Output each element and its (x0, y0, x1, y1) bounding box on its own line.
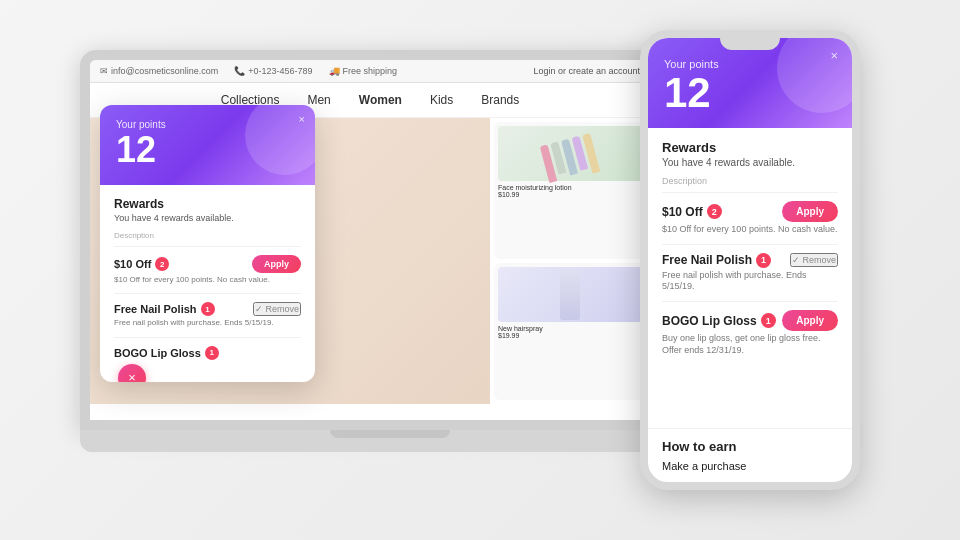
mobile-close-btn[interactable]: × (830, 48, 838, 63)
nav-brands[interactable]: Brands (481, 93, 519, 107)
mobile-rewards-subtitle: You have 4 rewards available. (662, 157, 838, 168)
lipsticks-card: Face moisturizing lotion $10.99 (494, 122, 646, 259)
laptop-screen: ✉ info@cosmeticsonline.com 📞 +0-123-456-… (80, 50, 660, 430)
hairspray-card: New hairspray $19.99 (494, 263, 646, 400)
scene: ✉ info@cosmeticsonline.com 📞 +0-123-456-… (0, 0, 960, 540)
browser-login[interactable]: Login or create an account (533, 66, 640, 76)
mobile-reward-1-name: $10 Off 2 (662, 204, 722, 219)
phone: × Your points 12 Rewards You have 4 rewa… (640, 30, 880, 510)
mobile-reward-3: BOGO Lip Gloss 1 Apply Buy one lip gloss… (662, 301, 838, 364)
mobile-reward-2-remove-btn[interactable]: ✓ Remove (790, 253, 838, 267)
how-to-earn-section: How to earn Make a purchase (648, 428, 852, 482)
laptop: ✉ info@cosmeticsonline.com 📞 +0-123-456-… (80, 50, 700, 490)
browser-shipping: 🚚 Free shipping (329, 66, 398, 76)
reward-2-desc: Free nail polish with purchase. Ends 5/1… (114, 318, 301, 328)
hairspray-image (498, 267, 642, 322)
how-to-earn-title: How to earn (662, 439, 838, 454)
rewards-desc-label-laptop: Description (114, 231, 301, 240)
reward-1-badge: 2 (155, 257, 169, 271)
phone-icon: 📞 (234, 66, 245, 76)
product2-name: New hairspray (498, 325, 642, 332)
nav-women[interactable]: Women (359, 93, 402, 107)
mobile-reward-3-name: BOGO Lip Gloss 1 (662, 313, 776, 328)
mobile-reward-1: $10 Off 2 Apply $10 Off for every 100 po… (662, 192, 838, 244)
mobile-reward-3-badge: 1 (761, 313, 776, 328)
reward-2-remove-btn[interactable]: ✓ Remove (253, 302, 301, 316)
product2-price: $19.99 (498, 332, 642, 339)
laptop-base (80, 430, 700, 452)
phone-screen: × Your points 12 Rewards You have 4 rewa… (640, 30, 860, 490)
check-icon: ✓ (255, 304, 263, 314)
mobile-reward-2-badge: 1 (756, 253, 771, 268)
rewards-title-laptop: Rewards (114, 197, 301, 211)
mobile-reward-2-name: Free Nail Polish 1 (662, 253, 771, 268)
mobile-reward-2-header: Free Nail Polish 1 ✓ Remove (662, 253, 838, 268)
reward-item-2: Free Nail Polish 1 ✓ Remove Free nail po… (114, 293, 301, 336)
reward-1-name: $10 Off 2 (114, 257, 169, 271)
mobile-reward-1-header: $10 Off 2 Apply (662, 201, 838, 222)
mobile-rewards-title: Rewards (662, 140, 838, 155)
mobile-rewards-header: × Your points 12 (648, 38, 852, 128)
reward-1-apply-btn[interactable]: Apply (252, 255, 301, 273)
mobile-reward-1-badge: 2 (707, 204, 722, 219)
reward-item-3-header: BOGO Lip Gloss 1 (114, 346, 301, 360)
rewards-subtitle-laptop: You have 4 rewards available. (114, 213, 301, 223)
phone-notch (720, 38, 780, 50)
mobile-reward-3-apply-btn[interactable]: Apply (782, 310, 838, 331)
hero-right: Face moisturizing lotion $10.99 New hair… (490, 118, 650, 404)
rewards-popup-laptop: × Your points 12 Rewards You have 4 rewa… (100, 105, 315, 382)
reward-3-name: BOGO Lip Gloss 1 (114, 346, 219, 360)
lipsticks-image (498, 126, 642, 181)
mobile-reward-3-header: BOGO Lip Gloss 1 Apply (662, 310, 838, 331)
rewards-body-laptop: Rewards You have 4 rewards available. De… (100, 185, 315, 382)
mobile-desc-label: Description (662, 176, 838, 186)
hairspray-bottle (560, 270, 580, 320)
mobile-rewards-panel: × Your points 12 Rewards You have 4 rewa… (648, 38, 852, 482)
email-icon: ✉ (100, 66, 108, 76)
mobile-reward-1-desc: $10 Off for every 100 points. No cash va… (662, 224, 838, 236)
reward-1-desc: $10 Off for every 100 points. No cash va… (114, 275, 301, 285)
nav-kids[interactable]: Kids (430, 93, 453, 107)
mobile-reward-1-apply-btn[interactable]: Apply (782, 201, 838, 222)
mobile-reward-2-desc: Free nail polish with purchase. Ends 5/1… (662, 270, 838, 293)
browser-phone: 📞 +0-123-456-789 (234, 66, 312, 76)
product1-price: $10.99 (498, 191, 642, 198)
browser-email: ✉ info@cosmeticsonline.com (100, 66, 218, 76)
reward-item-3: BOGO Lip Gloss 1 (114, 337, 301, 370)
truck-icon: 🚚 (329, 66, 340, 76)
rewards-close-x[interactable]: × (299, 113, 305, 125)
rewards-header-laptop: × Your points 12 (100, 105, 315, 185)
mobile-reward-3-desc: Buy one lip gloss, get one lip gloss fre… (662, 333, 838, 356)
browser-bar: ✉ info@cosmeticsonline.com 📞 +0-123-456-… (90, 60, 650, 83)
reward-2-name: Free Nail Polish 1 (114, 302, 215, 316)
reward-2-badge: 1 (201, 302, 215, 316)
reward-3-badge: 1 (205, 346, 219, 360)
mobile-reward-2: Free Nail Polish 1 ✓ Remove Free nail po… (662, 244, 838, 301)
reward-item-2-header: Free Nail Polish 1 ✓ Remove (114, 302, 301, 316)
how-to-earn-item-1: Make a purchase (662, 460, 838, 472)
reward-item-1: $10 Off 2 Apply $10 Off for every 100 po… (114, 246, 301, 293)
mobile-rewards-body: Rewards You have 4 rewards available. De… (648, 128, 852, 428)
lipsticks-display (532, 125, 607, 192)
browser-info: ✉ info@cosmeticsonline.com 📞 +0-123-456-… (100, 66, 525, 76)
mobile-check-icon: ✓ (792, 255, 800, 265)
reward-item-1-header: $10 Off 2 Apply (114, 255, 301, 273)
